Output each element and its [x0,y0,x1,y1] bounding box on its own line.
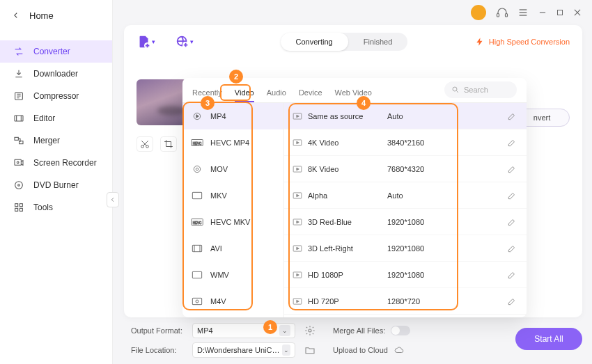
annotation-badge-3: 3 [201,96,215,110]
start-all-button[interactable]: Start All [515,328,582,350]
edit-preset-icon[interactable] [507,296,517,306]
fmt-tab-video[interactable]: Video [235,88,254,102]
output-format-value: MP4 [197,326,213,335]
sidebar-item-merger[interactable]: Merger [0,129,112,152]
fmt-preset-name: Same as source [304,112,387,120]
svg-rect-6 [558,10,563,15]
fmt-preset-name: HD 1080P [304,271,387,279]
fmt-preset-row[interactable]: Same as source Auto [284,103,527,129]
sidebar-item-label: Tools [33,203,53,212]
tab-finished[interactable]: Finished [348,33,408,51]
svg-rect-1 [506,14,508,17]
fmt-container-mov[interactable]: MOV [182,156,283,182]
fmt-preset-res: Auto [387,112,507,120]
search-placeholder: Search [464,86,488,94]
file-location-label: File Location: [131,346,185,354]
svg-rect-13 [15,159,21,165]
upload-to-cloud[interactable]: Upload to Cloud [333,345,405,355]
window-close-icon[interactable] [572,8,582,17]
tab-converting[interactable]: Converting [281,33,348,51]
file-tools [137,136,177,152]
annotation-badge-2: 2 [229,70,243,84]
fmt-tab-device[interactable]: Device [299,88,322,102]
svg-rect-20 [20,208,22,211]
caret-down-icon: ▾ [190,38,194,45]
format-preset-list: Same as source Auto 4K Video 3840*2160 8… [284,103,527,317]
fmt-container-wmv[interactable]: WMV [182,262,283,288]
svg-rect-17 [15,204,18,207]
sidebar-item-screen-recorder[interactable]: Screen Recorder [0,152,112,174]
high-speed-label[interactable]: High Speed Conversion [475,37,570,47]
sidebar-item-editor[interactable]: Editor [0,107,112,129]
window-maximize-icon[interactable] [556,8,564,17]
fmt-preset-res: 3840*2160 [387,139,507,147]
fmt-container-label: MOV [210,165,228,173]
fmt-preset-row[interactable]: 3D Left-Right 1920*1080 [284,235,527,262]
sidebar-item-label: Converter [33,47,70,56]
avatar[interactable] [471,5,486,20]
add-url-button[interactable]: ▾ [175,34,194,49]
fmt-preset-row[interactable]: HD 1080P 1920*1080 [284,262,527,288]
merge-toggle[interactable] [391,326,410,335]
mov-icon [191,164,203,174]
caret-down-icon: ⌄ [282,345,290,356]
edit-preset-icon[interactable] [507,164,517,174]
sidebar-item-compressor[interactable]: Compressor [0,85,112,107]
crop-icon[interactable] [160,136,177,152]
add-file-button[interactable]: ▾ [137,34,155,49]
fmt-preset-name: 3D Red-Blue [304,218,387,226]
tools-icon [13,201,25,214]
settings-icon[interactable] [302,323,318,338]
output-format-dropdown[interactable]: MP4 ⌄ [192,323,295,338]
open-folder-icon[interactable] [302,342,318,358]
fmt-container-m4v[interactable]: M4V [182,288,283,315]
sidebar-item-converter[interactable]: Converter [0,40,112,63]
sidebar-item-dvd-burner[interactable]: DVD Burner [0,174,112,196]
edit-preset-icon[interactable] [507,138,517,148]
sidebar-item-tools[interactable]: Tools [0,196,112,219]
toolbar: ▾ ▾ Converting Finished High Speed Conve… [124,25,582,58]
sidebar-collapse-button[interactable] [107,192,119,207]
fmt-container-hevc-mkv[interactable]: HEVC HEVC MKV [182,209,283,235]
hevc-icon: HEVC [191,217,203,227]
edit-preset-icon[interactable] [507,244,517,253]
fmt-preset-name: 8K Video [304,165,387,173]
headset-icon[interactable] [496,6,508,19]
fmt-container-avi[interactable]: AVI [182,235,283,262]
back-icon[interactable] [13,11,20,19]
window-minimize-icon[interactable] [538,8,547,17]
sidebar-header: Home [0,0,112,31]
merge-all-files: Merge All Files: [333,326,410,335]
svg-rect-40 [192,271,201,278]
fmt-preset-row[interactable]: 8K Video 7680*4320 [284,156,527,182]
edit-preset-icon[interactable] [507,191,517,200]
hamburger-icon[interactable] [517,6,529,19]
svg-text:HEVC: HEVC [193,221,202,225]
play-icon [291,139,304,147]
film-icon [191,111,203,121]
fmt-preset-row[interactable]: HD 720P 1280*720 [284,288,527,315]
edit-preset-icon[interactable] [507,111,517,121]
svg-rect-10 [15,116,23,121]
fmt-preset-row[interactable]: 4K Video 3840*2160 [284,129,527,156]
cut-icon[interactable] [137,136,153,152]
sidebar-item-label: Merger [33,136,60,145]
fmt-container-mkv[interactable]: MKV [182,182,283,209]
fmt-container-hevc-mp4[interactable]: HEVC HEVC MP4 [182,129,283,156]
mkv-icon [191,191,203,200]
play-icon [291,165,304,173]
fmt-preset-row[interactable]: Alpha Auto [284,182,527,209]
file-location-dropdown[interactable]: D:\Wondershare UniConverter 1 ⌄ [192,342,295,358]
format-search[interactable]: Search [444,81,517,98]
edit-preset-icon[interactable] [507,217,517,227]
fmt-container-mp4[interactable]: MP4 [182,103,283,129]
compress-icon [13,90,25,102]
cloud-icon [394,345,405,355]
fmt-tab-audio[interactable]: Audio [267,88,286,102]
fmt-preset-row[interactable]: 3D Red-Blue 1920*1080 [284,209,527,235]
sidebar-item-downloader[interactable]: Downloader [0,63,112,85]
edit-preset-icon[interactable] [507,270,517,280]
sidebar-item-label: Compressor [33,91,79,101]
file-location-row: File Location: D:\Wondershare UniConvert… [131,342,582,358]
fmt-preset-name: Alpha [304,191,387,200]
